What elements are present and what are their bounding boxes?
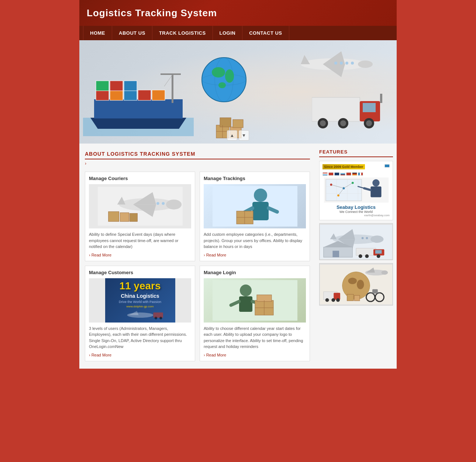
card-customers-readmore[interactable]: › Read More	[89, 353, 191, 357]
hero-banner: ▲ ▼	[79, 40, 397, 144]
svg-rect-9	[110, 81, 123, 91]
svg-rect-32	[363, 103, 376, 112]
card-customers-desc: 3 levels of users (Administrators, Manag…	[89, 325, 191, 350]
svg-rect-6	[138, 90, 151, 100]
svg-point-113	[365, 254, 369, 258]
nav-track[interactable]: TRACK LOGISTICS	[152, 26, 213, 40]
seabay-email: earth@seabay.com	[322, 214, 390, 217]
svg-point-52	[162, 202, 165, 205]
svg-rect-8	[96, 81, 109, 91]
flag-ca	[328, 172, 334, 176]
svg-point-69	[154, 317, 157, 319]
svg-rect-133	[354, 295, 360, 301]
flag-de	[352, 172, 357, 176]
svg-point-100	[370, 235, 383, 243]
chevron-down-icon: ▼	[242, 133, 246, 138]
svg-point-104	[366, 237, 368, 239]
card-couriers-image	[89, 184, 191, 228]
content-left: ABOUT LOGISTICS TRACKING SYSTEM › Manage…	[79, 144, 315, 369]
svg-rect-109	[356, 248, 376, 255]
flag-uk	[384, 164, 390, 168]
svg-marker-24	[323, 64, 345, 77]
svg-rect-81	[325, 179, 361, 201]
svg-point-29	[334, 62, 337, 65]
card-customers-image: 11 years China Logistics Drive the World…	[89, 278, 191, 323]
svg-point-121	[382, 270, 388, 275]
card-customers-title: Manage Customers	[89, 270, 191, 275]
card-login-title: Manage Login	[204, 270, 306, 275]
svg-rect-12	[161, 73, 181, 75]
svg-rect-59	[252, 202, 269, 220]
svg-point-112	[359, 254, 362, 258]
slider-up-btn[interactable]: ▲	[227, 130, 237, 141]
nav-login[interactable]: LOGIN	[213, 26, 243, 40]
chevron-right-icon-3: ›	[89, 353, 90, 357]
svg-rect-10	[124, 81, 137, 91]
svg-point-38	[366, 120, 372, 126]
svg-rect-43	[233, 120, 243, 128]
svg-point-66	[127, 312, 153, 317]
flag-other2	[346, 172, 351, 176]
svg-rect-95	[370, 186, 381, 197]
card-trackings-readmore[interactable]: › Read More	[204, 253, 306, 257]
main-area: ABOUT LOGISTICS TRACKING SYSTEM › Manage…	[79, 144, 397, 369]
card-login: Manage Login	[200, 266, 310, 361]
cards-grid: Manage Couriers	[85, 172, 310, 361]
china-brand: www.dolphin-gp.com	[127, 305, 154, 308]
card-login-image	[204, 278, 306, 323]
svg-rect-131	[372, 289, 378, 293]
card-login-readmore[interactable]: › Read More	[204, 353, 306, 357]
china-years: 11 years	[119, 280, 161, 292]
svg-point-125	[325, 298, 329, 302]
svg-marker-1	[90, 118, 186, 129]
svg-point-70	[159, 317, 162, 319]
flag-us	[322, 172, 328, 176]
svg-point-17	[212, 67, 225, 77]
svg-point-72	[240, 285, 252, 296]
card-couriers-readmore[interactable]: › Read More	[89, 253, 191, 257]
about-heading: ABOUT LOGISTICS TRACKING SYSTEM	[85, 151, 310, 159]
card-login-desc: Ability to choose different calendar yea…	[204, 325, 306, 350]
card-couriers: Manage Couriers	[85, 172, 195, 261]
seabay-title: Seabay Logistics	[322, 204, 390, 210]
slider-down-btn[interactable]: ▼	[239, 130, 249, 141]
svg-marker-25	[301, 55, 310, 64]
flag-row	[322, 172, 390, 176]
svg-rect-111	[375, 250, 382, 254]
nav-home[interactable]: HOME	[83, 26, 112, 40]
svg-point-118	[348, 277, 357, 284]
svg-rect-132	[347, 294, 354, 301]
svg-point-127	[336, 298, 340, 302]
header: Logistics Tracking System	[79, 0, 397, 26]
svg-rect-11	[172, 73, 173, 103]
flag-fr	[358, 172, 363, 176]
nav-about[interactable]: ABOUT US	[112, 26, 152, 40]
card-trackings-desc: Add custom employee categories (i.e., de…	[204, 231, 306, 250]
slider-controls: ▲ ▼	[227, 130, 249, 141]
svg-point-53	[156, 202, 159, 205]
feature-image-3	[319, 263, 393, 306]
svg-point-114	[377, 254, 380, 258]
svg-rect-42	[220, 118, 231, 127]
svg-rect-54	[108, 211, 119, 221]
card-trackings-title: Manage Trackings	[204, 176, 306, 181]
chevron-up-icon: ▲	[230, 133, 234, 138]
svg-point-22	[358, 61, 373, 68]
flag-ru	[340, 172, 345, 176]
seabay-feature: Since 2009 Gold Member	[319, 161, 393, 220]
chevron-right-icon: ›	[89, 253, 90, 257]
card-trackings: Manage Trackings	[200, 172, 310, 261]
seabay-subtitle: We Connect the World	[322, 210, 390, 214]
nav-contact[interactable]: CONTACT US	[242, 26, 289, 40]
features-heading: FEATURES	[319, 149, 393, 157]
svg-rect-68	[153, 312, 163, 317]
flag-other1	[334, 172, 339, 176]
feature-image-2	[319, 223, 393, 260]
card-customers: Manage Customers 11 years China Logistic…	[85, 266, 195, 361]
card-trackings-image	[204, 184, 306, 228]
svg-point-34	[320, 120, 326, 126]
svg-point-58	[254, 189, 267, 202]
svg-point-19	[218, 82, 226, 88]
svg-point-18	[225, 69, 234, 83]
svg-rect-5	[124, 90, 137, 100]
